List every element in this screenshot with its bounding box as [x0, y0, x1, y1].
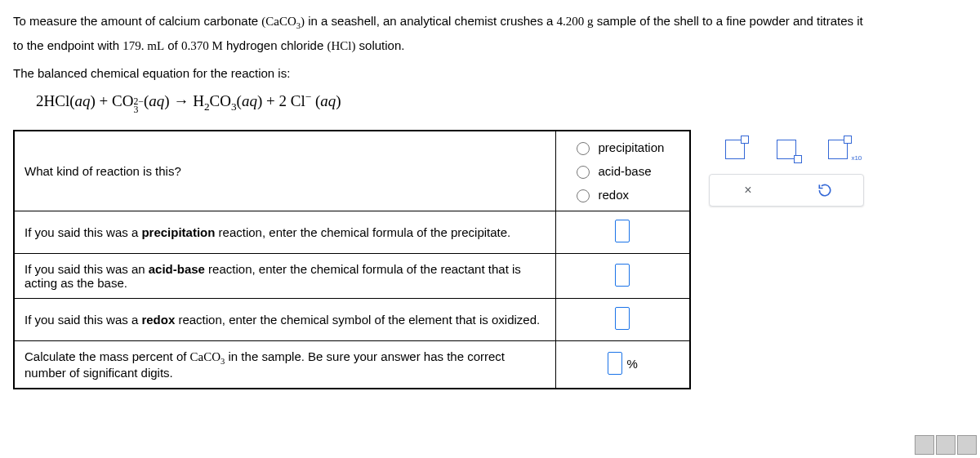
text: to the endpoint with — [13, 38, 122, 52]
reset-button[interactable] — [791, 174, 860, 207]
q5-prompt: Calculate the mass percent of CaCO3 in t… — [14, 341, 555, 389]
text: solution. — [355, 38, 404, 52]
radio-precipitation[interactable]: precipitation — [572, 140, 665, 155]
text: The balanced chemical equation for the r… — [13, 62, 967, 84]
text: sample of the shell to a fine powder and… — [594, 14, 863, 28]
oxidized-input[interactable] — [615, 307, 630, 330]
close-icon: × — [744, 183, 751, 198]
superscript-button[interactable] — [719, 133, 751, 166]
subscript-button[interactable] — [770, 133, 803, 166]
base-input[interactable] — [615, 264, 630, 287]
sci-notation-button[interactable]: x10 — [822, 133, 854, 166]
reaction-type-group: precipitation acid-base redox — [566, 140, 680, 202]
text: To measure the amount of calcium carbona… — [13, 14, 261, 28]
radio-acid-base[interactable]: acid-base — [572, 163, 652, 179]
format-toolbox: x10 × — [709, 130, 864, 207]
question-table: What kind of reaction is this? precipita… — [13, 130, 691, 389]
precipitate-input[interactable] — [615, 220, 630, 242]
mass-percent-input[interactable] — [608, 352, 622, 375]
text: in a seashell, an analytical chemist cru… — [305, 14, 557, 28]
problem-statement: To measure the amount of calcium carbona… — [13, 10, 967, 84]
balanced-equation: 2HCl(aq) + CO2−3(aq) → H2CO3(aq) + 2 Cl−… — [36, 91, 967, 115]
q2-prompt: If you said this was a precipitation rea… — [14, 211, 555, 254]
percent-label: % — [627, 357, 638, 371]
q4-prompt: If you said this was a redox reaction, e… — [14, 299, 555, 341]
q3-prompt: If you said this was an acid-base reacti… — [14, 254, 555, 299]
text: of — [164, 38, 181, 52]
clear-button[interactable]: × — [714, 174, 783, 207]
reset-icon — [817, 182, 833, 198]
q1-prompt: What kind of reaction is this? — [14, 131, 555, 211]
radio-redox[interactable]: redox — [572, 187, 630, 202]
text: hydrogen chloride — [223, 38, 327, 52]
